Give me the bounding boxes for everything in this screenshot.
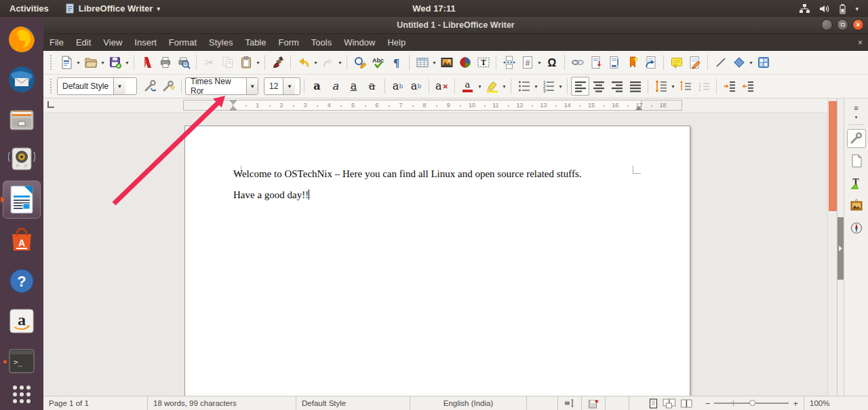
highlight-color-dropdown[interactable]: ▾	[501, 83, 507, 90]
dock-item-libreoffice-writer[interactable]	[3, 181, 41, 219]
basic-shapes-button[interactable]	[730, 53, 748, 72]
status-document-modified[interactable]	[582, 396, 606, 410]
insert-field-button[interactable]: #	[518, 53, 536, 72]
dock-item-ubuntu-software[interactable]: A	[3, 221, 41, 259]
zoom-thumb[interactable]	[749, 400, 755, 406]
close-button[interactable]: ×	[852, 19, 864, 31]
sidebar-tab-page[interactable]	[847, 151, 866, 170]
align-right-button[interactable]	[608, 77, 626, 96]
font-name-dropdown[interactable]: ▼	[246, 78, 258, 94]
track-changes-button[interactable]	[686, 53, 704, 72]
clear-formatting-button[interactable]: a✕	[433, 77, 451, 96]
menu-table[interactable]: Table	[239, 34, 272, 51]
menu-file[interactable]: File	[43, 34, 70, 51]
undo-dropdown[interactable]: ▾	[313, 60, 319, 66]
dock-item-rhythmbox[interactable]	[3, 140, 41, 178]
menu-styles[interactable]: Styles	[203, 34, 239, 51]
print-preview-button[interactable]	[174, 53, 193, 72]
vertical-scrollbar[interactable]	[827, 98, 837, 396]
scrollbar-thumb[interactable]	[829, 101, 837, 211]
redo-dropdown[interactable]: ▾	[337, 60, 343, 66]
status-insert-mode[interactable]	[558, 396, 582, 410]
menu-insert[interactable]: Insert	[128, 34, 163, 51]
font-size-combo[interactable]: 12 ▼	[264, 77, 300, 95]
strikethrough-button[interactable]: a	[363, 77, 381, 96]
increase-indent-button[interactable]	[720, 77, 738, 96]
formatting-marks-button[interactable]: ¶	[387, 53, 406, 72]
multi-page-view-icon[interactable]	[663, 398, 675, 409]
bullet-list-dropdown[interactable]: ▾	[533, 83, 539, 90]
status-selection-mode[interactable]	[606, 396, 629, 410]
align-left-button[interactable]	[571, 77, 589, 96]
new-style-button[interactable]	[159, 77, 178, 96]
undo-button[interactable]	[294, 53, 313, 72]
sidebar-tab-gallery[interactable]	[847, 196, 866, 215]
zoom-percent[interactable]: 100%	[804, 396, 868, 410]
new-document-button[interactable]	[57, 53, 75, 72]
paragraph-spacing-decrease-button[interactable]	[694, 77, 713, 96]
paragraph-spacing-increase-button[interactable]	[676, 77, 694, 96]
font-size-dropdown[interactable]: ▼	[283, 78, 295, 94]
status-word-count[interactable]: 18 words, 99 characters	[148, 396, 296, 410]
ruler-left-margin[interactable]	[184, 100, 233, 110]
justify-button[interactable]	[626, 77, 644, 96]
close-document-icon[interactable]: ×	[858, 38, 863, 48]
dock-item-firefox[interactable]	[3, 20, 41, 58]
insert-comment-button[interactable]	[667, 53, 686, 72]
menu-form[interactable]: Form	[272, 34, 304, 51]
indent-marker-right[interactable]	[635, 106, 642, 110]
book-view-icon[interactable]	[680, 398, 693, 409]
document-text[interactable]: Welcome to OSTechNix – Here you can find…	[233, 168, 640, 201]
zoom-track[interactable]	[714, 403, 789, 404]
status-page-style[interactable]: Default Style	[296, 396, 410, 410]
text-line-1[interactable]: Welcome to OSTechNix – Here you can find…	[233, 168, 640, 180]
sidebar-tab-properties[interactable]	[847, 129, 866, 148]
zoom-in-button[interactable]: +	[793, 398, 798, 409]
copy-button[interactable]	[218, 53, 237, 72]
insert-endnote-button[interactable]	[605, 53, 623, 72]
sidebar-splitter[interactable]	[837, 98, 844, 396]
restore-button[interactable]	[837, 19, 848, 31]
dock-item-files[interactable]	[3, 100, 41, 138]
menu-edit[interactable]: Edit	[70, 34, 97, 51]
update-style-button[interactable]	[141, 77, 159, 96]
sidebar-tab-styles[interactable]: T	[847, 174, 866, 193]
page[interactable]: Welcome to OSTechNix – Here you can find…	[184, 126, 690, 396]
special-character-button[interactable]: Ω	[542, 53, 561, 72]
numbered-list-dropdown[interactable]: ▾	[557, 83, 564, 90]
menu-format[interactable]: Format	[163, 34, 203, 51]
horizontal-ruler[interactable]: 123456789101112131415161718	[43, 98, 827, 113]
insert-chart-button[interactable]	[456, 53, 474, 72]
indent-marker-left[interactable]	[229, 100, 237, 111]
bullet-list-button[interactable]	[515, 77, 533, 96]
minimize-button[interactable]	[821, 19, 833, 31]
menu-tools[interactable]: Tools	[305, 34, 338, 51]
font-name-combo[interactable]: Times New Ror ▼	[185, 77, 258, 95]
zoom-out-button[interactable]: −	[705, 398, 711, 409]
open-dropdown[interactable]: ▾	[100, 60, 106, 66]
ruler-strip[interactable]: 123456789101112131415161718	[183, 100, 682, 111]
font-color-dropdown[interactable]: ▾	[477, 83, 483, 90]
numbered-list-button[interactable]: 123	[539, 77, 557, 96]
print-button[interactable]	[156, 53, 174, 72]
spelling-button[interactable]: Abc	[369, 53, 387, 72]
paragraph-style-dropdown[interactable]: ▼	[113, 78, 125, 94]
status-page-number[interactable]: Page 1 of 1	[43, 396, 148, 410]
clone-formatting-button[interactable]	[269, 53, 287, 72]
dock-item-thunderbird[interactable]	[3, 60, 41, 98]
save-button[interactable]	[106, 53, 124, 72]
superscript-button[interactable]: ab	[389, 77, 407, 96]
find-replace-button[interactable]	[351, 53, 369, 72]
menu-view[interactable]: View	[97, 34, 128, 51]
export-pdf-button[interactable]	[138, 53, 156, 72]
insert-page-break-button[interactable]	[500, 53, 518, 72]
paste-button[interactable]	[237, 53, 255, 72]
status-language[interactable]: English (India)	[410, 396, 527, 410]
underline-button[interactable]: a	[344, 77, 363, 96]
line-spacing-button[interactable]	[652, 77, 670, 96]
app-indicator-menu[interactable]: LibreOffice Writer ▾	[58, 3, 167, 14]
toolbar-grip[interactable]	[50, 79, 53, 94]
decrease-indent-button[interactable]	[738, 77, 757, 96]
paste-dropdown[interactable]: ▾	[255, 60, 261, 66]
insert-line-button[interactable]	[711, 53, 730, 72]
